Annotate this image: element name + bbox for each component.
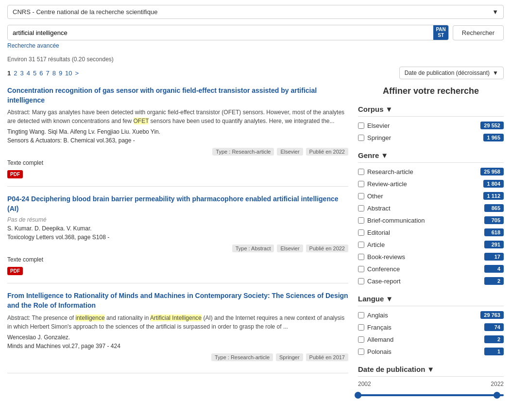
article-tags-3: Type : Research-article Springer Publié … [7,353,348,361]
date-slider[interactable] [358,390,504,400]
article-journal-2: Toxicology Letters vol.368, page S108 - [7,234,348,241]
list-item: Allemand 2 [358,334,504,344]
page-10[interactable]: 10 [65,70,72,77]
langue-anglais-checkbox[interactable] [358,312,364,318]
article-abstract-3: Abstract: The presence of intelligence a… [7,314,348,331]
genre-article-checkbox[interactable] [358,242,364,248]
table-row: P04-24 Deciphering blood brain barrier p… [7,194,348,283]
article-abstract-1: Abstract: Many gas analytes have been de… [7,108,348,125]
slider-thumb-right[interactable] [494,392,500,399]
genre-book-reviews-count: 17 [484,253,504,261]
tag-type: Type : Research-article [211,353,273,361]
sidebar-title: Affiner votre recherche [358,86,504,96]
corpus-springer-label[interactable]: Springer [367,134,391,141]
page-next[interactable]: > [75,70,79,77]
article-journal-3: Minds and Machines vol.27, page 397 - 42… [7,343,348,350]
corpus-elsevier-label[interactable]: Elsevier [367,122,390,129]
article-title-3[interactable]: From Intelligence to Rationality of Mind… [7,291,348,310]
langue-arrow-icon: ▼ [386,295,393,303]
langue-anglais-label[interactable]: Anglais [367,312,388,319]
corpus-springer-count: 1 965 [483,134,504,141]
genre-case-report-label[interactable]: Case-report [367,278,401,285]
article-title-2[interactable]: P04-24 Deciphering blood brain barrier p… [7,194,348,213]
list-item: Book-reviews 17 [358,252,504,262]
pagination: 1 2 3 4 5 6 7 8 9 10 > [7,70,79,77]
filter-date: Date de publication ▼ 2002 2022 [358,365,504,400]
institution-dropdown[interactable]: CNRS - Centre national de la recherche s… [7,5,504,19]
page-9[interactable]: 9 [59,70,62,77]
genre-book-reviews-label[interactable]: Book-reviews [367,253,405,261]
langue-polonais-checkbox[interactable] [358,349,364,355]
main-layout: Concentration recognition of gas sensor … [7,86,504,409]
list-item: Abstract 865 [358,203,504,213]
genre-research-article-count: 25 958 [480,168,504,175]
corpus-elsevier-checkbox[interactable] [358,122,364,129]
tag-publisher: Elsevier [277,148,303,156]
genre-editorial-label[interactable]: Editorial [367,229,390,236]
genre-conference-label[interactable]: Conference [367,265,400,273]
genre-other-checkbox[interactable] [358,193,364,199]
genre-review-article-checkbox[interactable] [358,181,364,187]
langue-allemand-checkbox[interactable] [358,336,364,343]
langue-header: Langue ▼ [358,295,504,306]
genre-abstract-count: 865 [484,204,504,212]
langue-francais-checkbox[interactable] [358,324,364,331]
article-fulltext-2: Texte complet [7,256,348,263]
genre-brief-label[interactable]: Brief-communication [367,217,425,224]
langue-polonais-label[interactable]: Polonais [367,348,392,355]
sort-dropdown[interactable]: Date de publication (décroissant) ▼ [399,67,504,79]
genre-abstract-checkbox[interactable] [358,205,364,211]
article-title-1[interactable]: Concentration recognition of gas sensor … [7,86,348,105]
genre-abstract-label[interactable]: Abstract [367,205,391,212]
genre-research-article-label[interactable]: Research-article [367,168,413,175]
page-3[interactable]: 3 [20,70,23,77]
page-2[interactable]: 2 [14,70,17,77]
filter-corpus: Corpus ▼ Elsevier 29 552 Springer 1 965 [358,105,504,142]
page-6[interactable]: 6 [39,70,43,77]
pdf-badge-1[interactable]: PDF [7,170,23,178]
page-7[interactable]: 7 [46,70,49,77]
genre-editorial-checkbox[interactable] [358,229,364,236]
sort-label: Date de publication (décroissant) [405,70,490,76]
tag-type: Type : Abstract [232,245,274,252]
langue-allemand-label[interactable]: Allemand [367,336,393,343]
langue-francais-label[interactable]: Français [367,324,392,331]
genre-other-label[interactable]: Other [367,192,383,200]
pdf-badge-2[interactable]: PDF [7,267,23,275]
advanced-search-link[interactable]: Recherche avancée [7,42,504,49]
corpus-arrow-icon: ▼ [386,105,393,113]
tag-publisher: Springer [276,353,303,361]
article-tags-1: Type : Research-article Elsevier Publié … [7,148,348,156]
filter-genre: Genre ▼ Research-article 25 958 Review-a… [358,151,504,286]
slider-thumb-left[interactable] [355,392,361,399]
genre-case-report-count: 2 [484,277,504,285]
genre-conference-checkbox[interactable] [358,266,364,272]
genre-brief-checkbox[interactable] [358,217,364,224]
date-range-labels: 2002 2022 [358,381,504,387]
page-4[interactable]: 4 [27,70,30,77]
genre-review-article-count: 1 804 [483,180,504,188]
corpus-springer-checkbox[interactable] [358,135,364,141]
search-bar: PAN ST Rechercher [7,25,504,40]
sort-arrow-icon: ▼ [493,70,498,76]
table-row: From Intelligence to Rationality of Mind… [7,291,348,373]
genre-review-article-label[interactable]: Review-article [367,180,407,188]
genre-book-reviews-checkbox[interactable] [358,254,364,260]
page-5[interactable]: 5 [33,70,36,77]
page-1[interactable]: 1 [7,70,11,77]
slider-fill [358,394,504,396]
list-item: Article 291 [358,240,504,249]
list-item: Springer 1 965 [358,133,504,142]
search-button[interactable]: Rechercher [453,25,504,40]
genre-brief-count: 705 [484,216,504,224]
page-8[interactable]: 8 [52,70,56,77]
genre-arrow-icon: ▼ [381,151,388,159]
genre-research-article-checkbox[interactable] [358,169,364,175]
list-item: Elsevier 29 552 [358,121,504,130]
tag-year: Publié en 2022 [306,245,348,252]
corpus-header: Corpus ▼ [358,105,504,117]
date-min-label: 2002 [358,381,371,387]
genre-article-label[interactable]: Article [367,241,385,248]
search-input[interactable] [8,26,433,40]
genre-case-report-checkbox[interactable] [358,278,364,284]
